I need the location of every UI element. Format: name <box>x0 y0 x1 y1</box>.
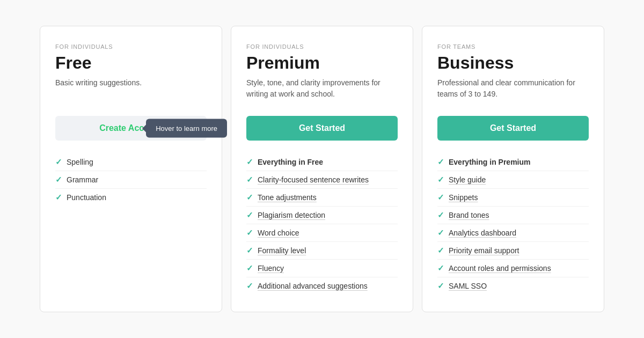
feature-text: Analytics dashboard <box>449 229 516 237</box>
list-item: ✓ Word choice <box>246 224 398 242</box>
check-icon: ✓ <box>437 175 444 185</box>
list-item: ✓ Style guide <box>437 171 589 189</box>
get-started-button-business[interactable]: Get Started <box>437 116 589 141</box>
plan-desc-business: Professional and clear communication for… <box>437 77 589 103</box>
feature-text: Formality level <box>258 246 306 255</box>
check-icon: ✓ <box>437 193 444 202</box>
list-item: ✓ Formality level <box>246 242 398 260</box>
check-icon: ✓ <box>437 281 444 291</box>
check-icon: ✓ <box>55 157 62 167</box>
check-icon: ✓ <box>437 246 444 255</box>
check-icon: ✓ <box>55 193 62 202</box>
features-list-business: ✓ Everything in Premium ✓ Style guide ✓ … <box>437 153 589 295</box>
list-item: ✓ Priority email support <box>437 242 589 260</box>
check-icon: ✓ <box>55 175 62 185</box>
feature-text: Brand tones <box>449 211 489 219</box>
list-item: ✓ Grammar <box>55 171 207 189</box>
feature-text: Spelling <box>67 158 93 166</box>
feature-text: Priority email support <box>449 246 519 255</box>
feature-text: SAML SSO <box>449 282 487 290</box>
check-icon: ✓ <box>246 157 253 167</box>
check-icon: ✓ <box>246 228 253 238</box>
list-item: ✓ Fluency <box>246 260 398 277</box>
feature-text: Account roles and permissions <box>449 264 551 273</box>
pricing-container: FOR INDIVIDUALS Free Basic writing sugge… <box>0 4 644 334</box>
list-item: ✓ Plagiarism detection <box>246 207 398 224</box>
plan-desc-free: Basic writing suggestions. <box>55 77 207 103</box>
feature-text: Punctuation <box>67 193 106 202</box>
plan-card-premium: FOR INDIVIDUALS Premium Style, tone, and… <box>231 26 413 312</box>
plan-for-business: FOR TEAMS <box>437 43 589 50</box>
list-item: ✓ Tone adjustments <box>246 189 398 207</box>
hover-tooltip: Hover to learn more <box>146 119 227 138</box>
plan-card-free: FOR INDIVIDUALS Free Basic writing sugge… <box>40 26 222 312</box>
get-started-button-premium[interactable]: Get Started <box>246 116 398 141</box>
check-icon: ✓ <box>246 175 253 185</box>
features-list-free: ✓ Spelling ✓ Grammar ✓ Punctuation <box>55 153 207 206</box>
plan-name-free: Free <box>55 53 207 73</box>
list-item: ✓ Spelling <box>55 153 207 171</box>
feature-text: Clarity-focused sentence rewrites <box>258 175 369 184</box>
list-item: ✓ Snippets <box>437 189 589 207</box>
check-icon: ✓ <box>246 246 253 255</box>
list-item: ✓ Everything in Premium <box>437 153 589 171</box>
list-item: ✓ Punctuation <box>55 189 207 206</box>
check-icon: ✓ <box>246 263 253 273</box>
feature-text: Everything in Premium <box>449 158 530 166</box>
plan-name-premium: Premium <box>246 53 398 73</box>
check-icon: ✓ <box>246 281 253 291</box>
check-icon: ✓ <box>437 157 444 167</box>
feature-text: Style guide <box>449 175 486 184</box>
list-item: ✓ Additional advanced suggestions <box>246 277 398 295</box>
check-icon: ✓ <box>246 193 253 202</box>
features-list-premium: ✓ Everything in Free ✓ Clarity-focused s… <box>246 153 398 295</box>
check-icon: ✓ <box>246 210 253 220</box>
check-icon: ✓ <box>437 228 444 238</box>
plan-card-business: FOR TEAMS Business Professional and clea… <box>422 26 604 312</box>
list-item: ✓ Analytics dashboard <box>437 224 589 242</box>
list-item: ✓ SAML SSO <box>437 277 589 295</box>
feature-text: Fluency <box>258 264 284 273</box>
plan-desc-premium: Style, tone, and clarity improvements fo… <box>246 77 398 103</box>
list-item: ✓ Clarity-focused sentence rewrites <box>246 171 398 189</box>
feature-text: Tone adjustments <box>258 193 317 202</box>
check-icon: ✓ <box>437 263 444 273</box>
feature-text: Snippets <box>449 193 478 202</box>
list-item: ✓ Everything in Free <box>246 153 398 171</box>
feature-text: Everything in Free <box>258 158 323 166</box>
plan-name-business: Business <box>437 53 589 73</box>
feature-text: Word choice <box>258 229 299 237</box>
list-item: ✓ Brand tones <box>437 207 589 224</box>
cta-wrapper-free: Create Account Hover to learn more <box>55 116 207 141</box>
plan-for-free: FOR INDIVIDUALS <box>55 43 207 50</box>
feature-text: Grammar <box>67 175 98 184</box>
plan-for-premium: FOR INDIVIDUALS <box>246 43 398 50</box>
list-item: ✓ Account roles and permissions <box>437 260 589 277</box>
feature-text: Plagiarism detection <box>258 211 325 219</box>
check-icon: ✓ <box>437 210 444 220</box>
feature-text: Additional advanced suggestions <box>258 282 368 290</box>
